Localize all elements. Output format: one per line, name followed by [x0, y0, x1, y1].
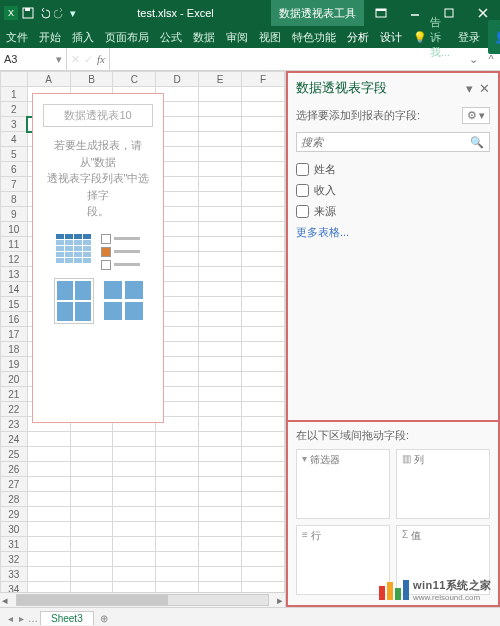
field-item[interactable]: 收入 — [296, 183, 490, 198]
hscroll-thumb[interactable] — [17, 595, 168, 605]
cell[interactable] — [199, 372, 242, 387]
qat-customize-icon[interactable]: ▾ — [70, 7, 76, 20]
expand-formula-bar-icon[interactable]: ⌄ — [464, 53, 482, 66]
cell[interactable] — [156, 567, 199, 582]
name-box[interactable]: A3 ▾ — [0, 48, 67, 70]
tab-scroll-right-icon[interactable]: ▸ — [17, 613, 26, 624]
cell[interactable] — [242, 147, 285, 162]
cell[interactable] — [199, 447, 242, 462]
cell[interactable] — [199, 177, 242, 192]
scroll-right-icon[interactable]: ▸ — [275, 594, 285, 607]
cell[interactable] — [242, 102, 285, 117]
field-checkbox[interactable] — [296, 184, 309, 197]
cell[interactable] — [199, 312, 242, 327]
cell[interactable] — [242, 237, 285, 252]
cell[interactable] — [242, 432, 285, 447]
field-item[interactable]: 姓名 — [296, 162, 490, 177]
field-search[interactable]: 🔍 — [296, 132, 490, 152]
dropzone-rows[interactable]: ≡行 — [296, 525, 390, 595]
cell[interactable] — [27, 537, 70, 552]
cell[interactable] — [70, 552, 113, 567]
row-header[interactable]: 26 — [1, 462, 28, 477]
dropzone-columns[interactable]: ▥列 — [396, 449, 490, 519]
cell[interactable] — [156, 477, 199, 492]
cell[interactable] — [156, 507, 199, 522]
tab-insert[interactable]: 插入 — [72, 30, 94, 45]
cell[interactable] — [199, 462, 242, 477]
cell[interactable] — [242, 297, 285, 312]
tab-review[interactable]: 审阅 — [226, 30, 248, 45]
cell[interactable] — [242, 387, 285, 402]
signin-link[interactable]: 登录 — [458, 30, 480, 45]
cell[interactable] — [199, 492, 242, 507]
tab-view[interactable]: 视图 — [259, 30, 281, 45]
tab-data[interactable]: 数据 — [193, 30, 215, 45]
cell[interactable] — [199, 147, 242, 162]
cell[interactable] — [199, 282, 242, 297]
cell[interactable] — [199, 522, 242, 537]
qat-redo-icon[interactable] — [54, 7, 66, 19]
cell[interactable] — [242, 522, 285, 537]
row-header[interactable]: 5 — [1, 147, 28, 162]
pivottable-placeholder[interactable]: 数据透视表10 若要生成报表，请从"数据 透视表字段列表"中选择字 段。 — [32, 93, 164, 423]
tab-scroll-left-icon[interactable]: ◂ — [6, 613, 15, 624]
cell[interactable] — [199, 207, 242, 222]
row-header[interactable]: 13 — [1, 267, 28, 282]
cell[interactable] — [242, 417, 285, 432]
cell[interactable] — [156, 432, 199, 447]
cell[interactable] — [113, 552, 156, 567]
tab-menu-icon[interactable]: … — [28, 613, 38, 624]
cell[interactable] — [242, 357, 285, 372]
cell[interactable] — [70, 507, 113, 522]
row-header[interactable]: 24 — [1, 432, 28, 447]
row-header[interactable]: 22 — [1, 402, 28, 417]
cell[interactable] — [199, 342, 242, 357]
row-header[interactable]: 7 — [1, 177, 28, 192]
row-header[interactable]: 33 — [1, 567, 28, 582]
row-header[interactable]: 16 — [1, 312, 28, 327]
dropzone-filters[interactable]: ▾筛选器 — [296, 449, 390, 519]
cell[interactable] — [242, 462, 285, 477]
cell[interactable] — [242, 87, 285, 102]
cell[interactable] — [113, 462, 156, 477]
cell[interactable] — [113, 477, 156, 492]
cell[interactable] — [113, 447, 156, 462]
tab-analyze[interactable]: 分析 — [347, 30, 369, 45]
row-header[interactable]: 2 — [1, 102, 28, 117]
cell[interactable] — [70, 567, 113, 582]
select-all-corner[interactable] — [1, 72, 28, 87]
cell[interactable] — [70, 477, 113, 492]
sheet-tab-active[interactable]: Sheet3 — [40, 611, 94, 625]
row-header[interactable]: 29 — [1, 507, 28, 522]
cell[interactable] — [156, 552, 199, 567]
search-input[interactable] — [297, 133, 465, 151]
cell[interactable] — [242, 282, 285, 297]
share-button[interactable]: 👤 共享 — [488, 20, 500, 54]
cell[interactable] — [113, 537, 156, 552]
cell[interactable] — [242, 567, 285, 582]
cell[interactable] — [27, 477, 70, 492]
cell[interactable] — [27, 552, 70, 567]
row-header[interactable]: 32 — [1, 552, 28, 567]
row-header[interactable]: 12 — [1, 252, 28, 267]
cell[interactable] — [242, 372, 285, 387]
cell[interactable] — [27, 447, 70, 462]
cell[interactable] — [156, 447, 199, 462]
row-header[interactable]: 9 — [1, 207, 28, 222]
cell[interactable] — [242, 582, 285, 593]
formula-bar[interactable] — [109, 48, 464, 70]
cell[interactable] — [242, 192, 285, 207]
cell[interactable] — [156, 492, 199, 507]
cell[interactable] — [113, 567, 156, 582]
cell[interactable] — [242, 252, 285, 267]
col-header[interactable]: E — [199, 72, 242, 87]
cell[interactable] — [242, 162, 285, 177]
collapse-ribbon-icon[interactable]: ^ — [482, 53, 500, 65]
cell[interactable] — [113, 522, 156, 537]
cell[interactable] — [242, 327, 285, 342]
cell[interactable] — [27, 522, 70, 537]
cell[interactable] — [242, 447, 285, 462]
cell[interactable] — [199, 132, 242, 147]
cell[interactable] — [199, 477, 242, 492]
qat-undo-icon[interactable] — [38, 7, 50, 19]
